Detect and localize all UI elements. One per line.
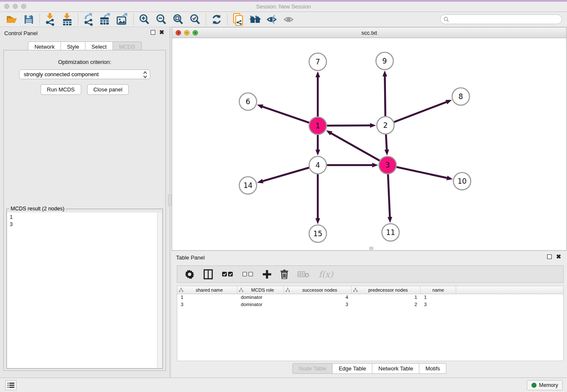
column-header-shared-name[interactable]: shared name bbox=[177, 286, 237, 294]
edge-arrowhead bbox=[370, 123, 376, 128]
table-tab-network-table[interactable]: Network Table bbox=[372, 363, 419, 374]
toolbar-separator bbox=[133, 14, 134, 25]
edge-1-2[interactable] bbox=[327, 125, 371, 126]
table-tab-motifs[interactable]: Motifs bbox=[419, 363, 446, 374]
column-header-successor-nodes[interactable]: successor nodes bbox=[284, 286, 352, 294]
cell-MCDS-role[interactable]: dominator bbox=[237, 301, 284, 309]
dropdown-value: strongly connected component bbox=[24, 71, 99, 77]
clone-network-icon[interactable] bbox=[230, 13, 247, 26]
toolbar-separator bbox=[206, 14, 206, 25]
control-panel: Control Panel ✖ NetworkStyleSelectMCDS O… bbox=[0, 27, 170, 377]
column-header-predecessor-nodes[interactable]: predecessor nodes bbox=[352, 286, 421, 294]
search-icon bbox=[443, 17, 449, 22]
float-table-panel-icon[interactable] bbox=[547, 254, 552, 259]
deselect-all-columns-icon[interactable] bbox=[242, 271, 253, 277]
cell-shared-name[interactable]: 3 bbox=[177, 301, 237, 309]
zoom-out-icon[interactable] bbox=[153, 13, 170, 26]
zoom-in-icon[interactable] bbox=[136, 13, 153, 26]
edge-3-1[interactable] bbox=[330, 133, 380, 161]
horizontal-splitter-handle[interactable] bbox=[369, 247, 373, 250]
edge-arrowhead bbox=[326, 130, 333, 135]
table-tab-node-table[interactable]: Node Table bbox=[292, 363, 333, 374]
network-canvas[interactable]: 7968124314101511 bbox=[172, 38, 566, 250]
cell-successor-nodes[interactable]: 4 bbox=[284, 294, 352, 301]
import-network-icon[interactable] bbox=[42, 13, 59, 26]
hide-graphics-details-icon[interactable] bbox=[264, 13, 281, 26]
table-panel: Table Panel ✖ bbox=[172, 251, 567, 377]
export-image-icon[interactable] bbox=[114, 13, 131, 26]
cell-predecessor-nodes[interactable]: 2 bbox=[352, 301, 421, 309]
task-history-button[interactable] bbox=[5, 380, 17, 390]
mcds-result-area: 1 3 bbox=[7, 213, 162, 368]
edge-2-8[interactable] bbox=[394, 102, 447, 122]
network-window-titlebar[interactable]: × − + scc.txt bbox=[172, 28, 566, 38]
export-table-icon[interactable] bbox=[97, 13, 114, 26]
graph-node-label: 11 bbox=[386, 228, 395, 237]
column-header-name[interactable]: name bbox=[421, 286, 456, 294]
table-header-row: shared nameMCDS rolesuccessor nodesprede… bbox=[177, 286, 563, 294]
node-table[interactable]: shared nameMCDS rolesuccessor nodesprede… bbox=[177, 286, 564, 361]
edge-3-10[interactable] bbox=[396, 167, 448, 178]
list-icon bbox=[8, 382, 14, 388]
memory-button[interactable]: Memory bbox=[527, 380, 563, 390]
search-field[interactable] bbox=[440, 14, 562, 24]
edge-3-11[interactable] bbox=[388, 174, 390, 218]
search-input[interactable] bbox=[451, 17, 561, 22]
edge-arrowhead bbox=[257, 105, 263, 109]
titlebar: Session: New Session bbox=[0, 0, 567, 12]
delete-column-icon[interactable] bbox=[281, 270, 288, 279]
toolbar-separator bbox=[39, 14, 40, 25]
edge-arrowhead bbox=[372, 163, 378, 168]
create-column-icon[interactable] bbox=[263, 270, 271, 279]
graph-node-label: 10 bbox=[457, 177, 467, 185]
vertical-splitter-handle[interactable] bbox=[168, 195, 171, 206]
column-layout-icon[interactable] bbox=[204, 269, 213, 279]
cell-successor-nodes[interactable]: 3 bbox=[284, 301, 352, 309]
table-tab-edge-table[interactable]: Edge Table bbox=[333, 363, 372, 374]
edge-4-14[interactable] bbox=[262, 168, 309, 181]
cell-predecessor-nodes[interactable]: 1 bbox=[352, 294, 421, 301]
zoom-selected-icon[interactable] bbox=[187, 13, 204, 26]
close-panel-icon[interactable]: ✖ bbox=[159, 29, 164, 36]
home-icon[interactable] bbox=[247, 13, 264, 26]
table-settings-icon[interactable] bbox=[185, 270, 194, 279]
close-table-panel-icon[interactable]: ✖ bbox=[556, 253, 561, 260]
refresh-layout-icon[interactable] bbox=[208, 13, 225, 26]
table-body: 1dominator4113dominator323 bbox=[177, 294, 563, 308]
result-scrollbar[interactable] bbox=[157, 213, 162, 368]
mcds-result-title: MCDS result (2 nodes) bbox=[9, 206, 66, 212]
edge-2-3[interactable] bbox=[386, 134, 387, 150]
export-network-icon[interactable] bbox=[80, 13, 97, 26]
memory-label: Memory bbox=[539, 382, 558, 388]
column-header-MCDS-role[interactable]: MCDS role bbox=[237, 286, 284, 294]
cell-name[interactable]: 3 bbox=[421, 301, 456, 309]
window-title: Session: New Session bbox=[0, 3, 567, 10]
column-type-icon bbox=[353, 288, 358, 292]
graph-node-label: 15 bbox=[313, 229, 322, 238]
edge-1-6[interactable] bbox=[262, 106, 309, 123]
save-session-icon[interactable] bbox=[20, 13, 37, 26]
table-row[interactable]: 1dominator411 bbox=[177, 294, 563, 301]
optimization-criterion-select[interactable]: strongly connected component bbox=[19, 69, 150, 79]
close-panel-button[interactable]: Close panel bbox=[87, 84, 129, 95]
cell-name[interactable]: 1 bbox=[421, 294, 456, 301]
select-all-columns-icon[interactable] bbox=[222, 271, 233, 277]
column-type-icon bbox=[286, 288, 290, 292]
run-mcds-button[interactable]: Run MCDS bbox=[41, 84, 81, 95]
toolbar-separator bbox=[78, 14, 78, 25]
memory-status-icon bbox=[531, 383, 537, 388]
show-graphics-details-icon[interactable] bbox=[281, 13, 297, 26]
import-table-icon[interactable] bbox=[59, 13, 76, 26]
open-session-icon[interactable] bbox=[3, 13, 20, 26]
graph-node-label: 6 bbox=[246, 97, 250, 106]
float-panel-icon[interactable] bbox=[151, 30, 155, 35]
graph-node-label: 9 bbox=[383, 57, 387, 65]
cell-MCDS-role[interactable]: dominator bbox=[237, 294, 284, 301]
table-row[interactable]: 3dominator323 bbox=[177, 301, 563, 309]
graph-node-label: 8 bbox=[459, 92, 463, 101]
window-edge-accent bbox=[0, 0, 567, 2]
cell-shared-name[interactable]: 1 bbox=[177, 294, 237, 301]
zoom-fit-icon[interactable] bbox=[170, 13, 187, 26]
mcds-panel: Optimization criterion: strongly connect… bbox=[3, 50, 166, 371]
edge-2-9[interactable] bbox=[385, 75, 385, 116]
